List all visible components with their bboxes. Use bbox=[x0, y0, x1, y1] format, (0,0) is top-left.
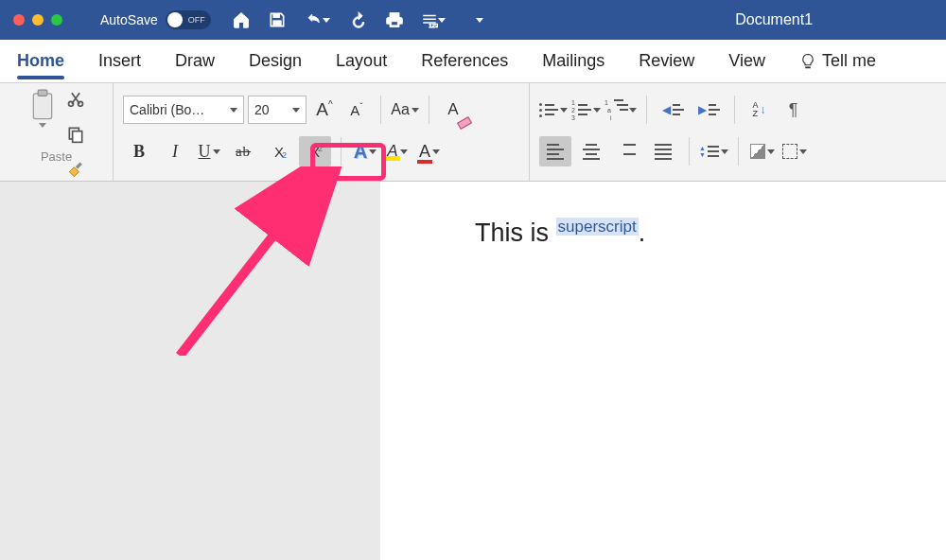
change-case-caret[interactable] bbox=[412, 108, 419, 113]
tell-me-label: Tell me bbox=[822, 51, 876, 71]
autosave-state: OFF bbox=[188, 15, 205, 25]
separator bbox=[734, 96, 735, 124]
home-icon[interactable] bbox=[232, 10, 251, 29]
copy-button[interactable] bbox=[66, 125, 85, 148]
shading-button[interactable] bbox=[748, 136, 777, 166]
spacing-caret[interactable] bbox=[438, 18, 446, 23]
text-effects-button[interactable]: A bbox=[351, 136, 379, 166]
align-center-icon bbox=[583, 144, 600, 160]
line-spacing-caret[interactable] bbox=[721, 149, 728, 154]
tab-tell-me[interactable]: Tell me bbox=[799, 44, 876, 79]
font-color-caret[interactable] bbox=[432, 149, 440, 154]
sort-button[interactable]: AZ ↓ bbox=[745, 95, 773, 125]
decrease-indent-button[interactable]: ◀ bbox=[657, 95, 689, 125]
spacing-icon[interactable]: 123 bbox=[421, 10, 446, 29]
customize-qat-caret[interactable] bbox=[470, 10, 489, 29]
font-name-caret[interactable] bbox=[230, 108, 237, 113]
highlight-caret[interactable] bbox=[400, 149, 408, 154]
highlight-icon: A bbox=[387, 142, 397, 161]
underline-button[interactable]: U bbox=[195, 136, 223, 166]
tab-layout[interactable]: Layout bbox=[336, 44, 387, 79]
numbered-list-caret[interactable] bbox=[593, 108, 601, 113]
close-window-button[interactable] bbox=[13, 14, 25, 26]
grow-font-icon: A^ bbox=[316, 99, 332, 120]
tab-home[interactable]: Home bbox=[17, 44, 64, 79]
text-run-normal: This is bbox=[475, 219, 556, 247]
multilevel-list-button[interactable]: 1ai bbox=[604, 95, 638, 125]
shading-caret[interactable] bbox=[767, 149, 775, 154]
minimize-window-button[interactable] bbox=[32, 14, 44, 26]
subscript-button[interactable]: X2 bbox=[263, 136, 295, 166]
align-left-button[interactable] bbox=[539, 136, 571, 166]
align-center-button[interactable] bbox=[575, 136, 607, 166]
underline-caret[interactable] bbox=[213, 149, 220, 154]
multilevel-list-caret[interactable] bbox=[629, 108, 637, 113]
bold-icon: B bbox=[133, 142, 145, 162]
bold-button[interactable]: B bbox=[123, 136, 155, 166]
separator bbox=[380, 96, 381, 124]
align-right-icon bbox=[619, 144, 636, 160]
bulleted-list-button[interactable] bbox=[539, 95, 568, 125]
grow-font-button[interactable]: A^ bbox=[310, 95, 339, 125]
zoom-window-button[interactable] bbox=[51, 14, 62, 26]
print-icon[interactable] bbox=[385, 10, 404, 29]
superscript-button[interactable]: X2 bbox=[299, 136, 331, 166]
tab-design[interactable]: Design bbox=[249, 44, 302, 79]
numbered-list-button[interactable]: 123 bbox=[571, 95, 601, 125]
font-size-caret[interactable] bbox=[292, 108, 300, 113]
save-icon[interactable] bbox=[268, 10, 287, 29]
increase-indent-button[interactable]: ▶ bbox=[692, 95, 725, 125]
tab-draw[interactable]: Draw bbox=[175, 44, 215, 79]
paste-dropdown-caret[interactable] bbox=[39, 123, 46, 128]
document-page[interactable]: This is superscript. bbox=[380, 182, 946, 560]
multilevel-list-icon: 1ai bbox=[604, 99, 628, 121]
align-right-button[interactable] bbox=[611, 136, 643, 166]
scissors-icon bbox=[66, 89, 85, 108]
italic-icon: I bbox=[172, 142, 178, 162]
separator bbox=[646, 96, 647, 124]
redo-icon[interactable] bbox=[349, 10, 368, 29]
svg-rect-12 bbox=[75, 162, 81, 168]
shading-icon bbox=[750, 144, 765, 159]
decrease-indent-icon: ◀ bbox=[662, 103, 684, 116]
ribbon: Paste Calibri (Bo… 20 A^ Aˇ Aa bbox=[0, 83, 946, 182]
pilcrow-icon: ¶ bbox=[789, 100, 798, 120]
shrink-font-button[interactable]: Aˇ bbox=[342, 95, 371, 125]
font-color-button[interactable]: A bbox=[415, 136, 444, 166]
eraser-icon bbox=[457, 116, 472, 130]
tab-view[interactable]: View bbox=[728, 44, 765, 79]
highlight-button[interactable]: A bbox=[383, 136, 412, 166]
undo-dropdown-caret[interactable] bbox=[323, 18, 330, 23]
text-run-superscript-selected[interactable]: superscript bbox=[556, 218, 639, 236]
tab-references[interactable]: References bbox=[421, 44, 508, 79]
show-formatting-button[interactable]: ¶ bbox=[777, 95, 809, 125]
strikethrough-button[interactable]: ab bbox=[227, 136, 259, 166]
font-name-select[interactable]: Calibri (Bo… bbox=[123, 96, 244, 124]
italic-button[interactable]: I bbox=[159, 136, 191, 166]
tab-mailings[interactable]: Mailings bbox=[542, 44, 604, 79]
borders-button[interactable] bbox=[780, 136, 809, 166]
separator bbox=[341, 137, 342, 166]
change-case-button[interactable]: Aa bbox=[391, 95, 419, 125]
justify-button[interactable] bbox=[647, 136, 679, 166]
clear-formatting-button[interactable]: A bbox=[439, 95, 467, 125]
undo-icon[interactable] bbox=[304, 10, 332, 29]
document-paragraph[interactable]: This is superscript. bbox=[475, 218, 908, 248]
text-effects-caret[interactable] bbox=[369, 149, 377, 154]
line-spacing-button[interactable]: ▲▼ bbox=[699, 136, 728, 166]
underline-icon: U bbox=[199, 142, 211, 162]
autosave-control[interactable]: AutoSave OFF bbox=[100, 10, 211, 29]
autosave-toggle[interactable]: OFF bbox=[166, 10, 211, 29]
format-painter-button[interactable] bbox=[66, 161, 85, 184]
svg-rect-0 bbox=[273, 13, 280, 17]
svg-rect-6 bbox=[33, 94, 51, 119]
tab-review[interactable]: Review bbox=[639, 44, 694, 79]
svg-text:123: 123 bbox=[429, 23, 438, 28]
cut-button[interactable] bbox=[66, 89, 85, 112]
font-size-select[interactable]: 20 bbox=[248, 96, 307, 124]
page-gutter bbox=[0, 182, 380, 560]
paste-button[interactable] bbox=[28, 89, 57, 128]
bulleted-list-caret[interactable] bbox=[560, 108, 568, 113]
tab-insert[interactable]: Insert bbox=[98, 44, 141, 79]
borders-caret[interactable] bbox=[799, 149, 807, 154]
